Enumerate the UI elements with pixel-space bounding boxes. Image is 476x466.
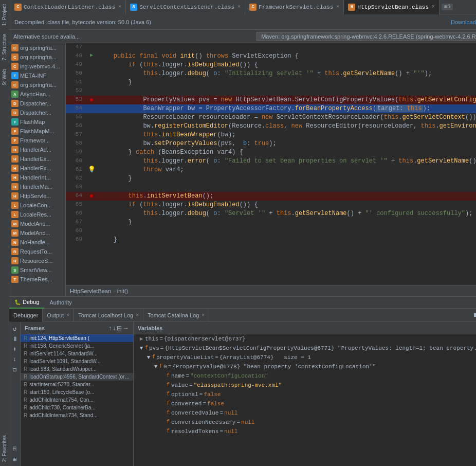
frame-item-7[interactable]: R start:150, LifecycleBase (o... (21, 388, 133, 396)
code-line-66: 66 this.logger.debug( o: "Servlet '" + t… (66, 209, 476, 218)
frames-arrow-btn[interactable]: → (123, 325, 129, 332)
sidebar-item-flash1[interactable]: F FlashMap (9, 117, 65, 127)
sidebar-item-locale1[interactable]: L LocaleCon... (9, 201, 65, 210)
sidebar-icon-hex2: H (11, 165, 19, 172)
sidebar-item-1[interactable]: C org.springfra... (9, 52, 65, 62)
tab-servlet-context[interactable]: S ServletContextListener.class × (126, 0, 245, 14)
frame-item-5[interactable]: R loadOnStartup:4956, StandardContext (o… (21, 373, 133, 381)
pause-btn[interactable]: ⏸ (10, 334, 20, 344)
var-expand-0[interactable]: ▼ (152, 363, 159, 371)
sidebar-icon-hm: H (11, 183, 19, 190)
vert-tab-web[interactable]: 9: Web (0, 65, 9, 89)
sidebar-item-disp2[interactable]: D Dispatcher... (9, 108, 65, 117)
var-val-value: "classpath:spring-mvc.xml" (194, 381, 282, 389)
sidebar-item-hex1[interactable]: H HandlerEx... (9, 154, 65, 164)
copy-btn[interactable]: ⎘ (10, 444, 20, 454)
filter-btn[interactable]: ⊟ (10, 365, 20, 374)
sidebar-item-locale2[interactable]: L LocaleRes... (9, 210, 65, 219)
var-val-convertedvalue: null (224, 409, 237, 417)
source-select[interactable]: Maven: org.springframework:spring-webmvc… (257, 32, 476, 41)
sidebar-item-nohandle[interactable]: N NoHandle... (9, 238, 65, 247)
sidebar-item-async[interactable]: A AsyncHan... (9, 89, 65, 99)
code-line-69: 69 } (66, 236, 476, 244)
sidebar-item-resource[interactable]: R ResourceS... (9, 256, 65, 265)
var-row-resolved: f resolvedTokens = null (134, 427, 476, 436)
vert-tab-structure[interactable]: 7: Structure (0, 30, 9, 65)
tomcat-cat-close-icon[interactable]: × (202, 312, 205, 318)
sidebar-item-hm[interactable]: H HandlerMa... (9, 182, 65, 191)
down-btn[interactable]: ↓ (10, 355, 20, 364)
tab-close-0[interactable]: × (118, 4, 121, 10)
sidebar-item-smart[interactable]: S SmartView... (9, 265, 65, 275)
tab-close-2[interactable]: × (336, 4, 339, 10)
sidebar-item-2[interactable]: C ing-webmvc-4... (9, 62, 65, 71)
sidebar-item-hex2[interactable]: H HandlerEx... (9, 164, 65, 173)
line-num-49: 49 (66, 61, 86, 67)
tab-close-3[interactable]: × (432, 4, 435, 10)
sidebar-item-3[interactable]: C org.springfra... (9, 80, 65, 89)
code-line-59: 59 } catch (BeansException var4) { (66, 148, 476, 157)
sidebar-item-model2[interactable]: M ModelAnd... (9, 228, 65, 238)
frame-item-8[interactable]: R addChildInternal:754, Con... (21, 396, 133, 404)
more-actions-btn[interactable]: ⊞ (10, 455, 20, 464)
sidebar-item-request[interactable]: R RequestTo... (9, 247, 65, 256)
sidebar-item-framework[interactable]: F Framewor... (9, 136, 65, 145)
variables-title: Variables (138, 325, 162, 331)
var-expand-pvl[interactable]: ▼ (145, 353, 152, 362)
sidebar-item-hint[interactable]: H HandlerInt... (9, 173, 65, 182)
sidebar-item-ha[interactable]: H HandlerAd... (9, 145, 65, 154)
frame-item-0[interactable]: R init:124, HttpServletBean ( (21, 334, 133, 342)
frames-up-btn[interactable]: ↑ (108, 325, 112, 332)
code-line-65: 65 if (this.logger.isDebugEnabled()) { (66, 201, 476, 209)
frame-item-3[interactable]: R loadServlet:1091, StandardW... (21, 357, 133, 365)
sidebar-item-model1[interactable]: M ModelAnd... (9, 219, 65, 228)
frames-down-btn[interactable]: ↓ (113, 325, 116, 332)
output-close-icon[interactable]: × (66, 312, 69, 318)
tab-overflow-count[interactable]: ≡5 (442, 4, 453, 10)
code-content[interactable]: 47 48 ▶ public final void init() throws … (66, 43, 476, 285)
frame-item-4[interactable]: R load:983, StandardWrapper... (21, 365, 133, 373)
tab-close-1[interactable]: × (237, 4, 241, 10)
frame-item-9[interactable]: R addChild:730, ContainerBa... (21, 404, 133, 411)
frame-item-10[interactable]: R addChildInternal:734, Stand... (21, 411, 133, 419)
tomcat-cat-tab[interactable]: Tomcat Catalina Log × (143, 309, 209, 322)
frame-item-2[interactable]: R initServlet:1144, StandardW... (21, 350, 133, 357)
sidebar-label-async: AsyncHan... (20, 91, 50, 97)
tab-httpservletbean[interactable]: H HttpServletBean.class × (344, 0, 440, 14)
code-line-50: 50 this.logger.debug( o: "Initializing s… (66, 69, 476, 78)
sidebar-icon-locale2: L (11, 211, 19, 218)
restart-debug-btn[interactable]: ↺ (10, 324, 20, 333)
sidebar-label-ha: HandlerAd... (20, 147, 51, 153)
sidebar-item-theme[interactable]: T ThemeRes... (9, 275, 65, 284)
stop-icon[interactable]: ⏹ (471, 310, 476, 320)
line-num-54: 54 (66, 104, 86, 111)
var-expand-pvs[interactable]: ▼ (138, 344, 145, 352)
debugger-tab[interactable]: Debugger (9, 309, 43, 322)
step-btn[interactable]: ⬇ (10, 345, 20, 354)
sidebar-item-http[interactable]: H HttpServle... (9, 191, 65, 201)
tomcat-local-close-icon[interactable]: × (136, 312, 139, 318)
decompiled-notice-bar: Decompiled .class file, bytecode version… (9, 14, 476, 30)
tomcat-local-tab[interactable]: Tomcat Localhost Log × (74, 309, 143, 322)
sidebar-item-flash2[interactable]: F FlashMapM... (9, 127, 65, 136)
vert-tab-favorites[interactable]: 2: Favorites (0, 431, 9, 466)
code-line-67: 67 } (66, 218, 476, 227)
download-sources-link[interactable]: Download Sources (451, 19, 476, 25)
var-expand-this[interactable]: ▶ (138, 335, 145, 343)
var-row-0: ▼ f 0 = {PropertyValue@6778} "bean prope… (134, 362, 476, 371)
line-num-55: 55 (66, 113, 86, 120)
debug-tab[interactable]: 🐛 Debug (9, 296, 44, 309)
output-tab[interactable]: Output × (43, 309, 74, 322)
sidebar-item-meta[interactable]: F META-INF (9, 71, 65, 80)
frame-item-6[interactable]: R startInternal:5270, Standar... (21, 381, 133, 388)
authority-tab[interactable]: Authority (44, 296, 77, 309)
frame-item-1[interactable]: R init:158, GenericServlet (ja... (21, 342, 133, 350)
tab-framework-servlet[interactable]: C FrameworkServlet.class × (245, 0, 344, 14)
frames-filter-btn[interactable]: ⊟ (117, 325, 122, 332)
tab-label-2: FrameworkServlet.class (259, 4, 333, 10)
sidebar-item-0[interactable]: C org.springfra... (9, 43, 65, 52)
tab-context-loader[interactable]: C ContextLoaderListener.class × (10, 0, 126, 14)
frame-icon-2: R (24, 351, 27, 356)
vert-tab-project[interactable]: 1: Project (0, 0, 9, 30)
sidebar-item-disp1[interactable]: D Dispatcher... (9, 99, 65, 108)
